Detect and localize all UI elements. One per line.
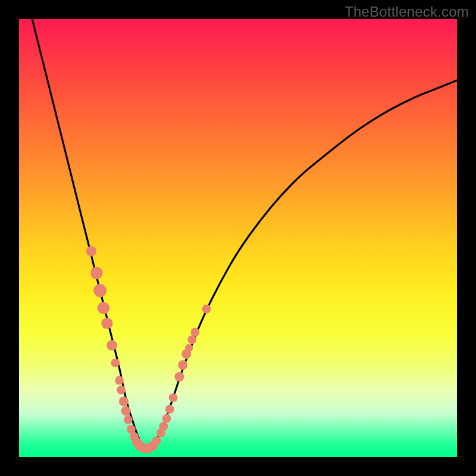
curve-marker: [152, 436, 161, 445]
curve-marker: [178, 360, 187, 369]
curve-marker: [93, 284, 107, 297]
curve-marker: [202, 305, 211, 314]
curve-marker: [86, 246, 97, 256]
chart-svg: [19, 19, 457, 457]
curve-marker: [165, 405, 174, 414]
curve-marker: [121, 406, 131, 416]
curve-marker: [115, 376, 124, 385]
curve-marker: [101, 318, 112, 329]
chart-frame: TheBottleneck.com: [0, 0, 476, 476]
curve-marker: [185, 344, 193, 352]
curve-marker: [174, 372, 184, 381]
curve-marker: [111, 358, 120, 367]
watermark-text: TheBottleneck.com: [345, 4, 469, 20]
plot-area: [19, 19, 457, 457]
curve-marker: [159, 422, 168, 431]
curve-marker: [117, 386, 126, 394]
curve-marker: [90, 267, 103, 280]
curve-marker: [98, 302, 110, 315]
curve-marker: [124, 415, 133, 424]
curve-marker: [169, 393, 178, 402]
marker-group: [86, 246, 211, 453]
curve-marker: [107, 340, 117, 351]
curve-marker: [187, 335, 196, 344]
curve-marker: [119, 396, 129, 406]
bottleneck-curve: [32, 19, 457, 447]
curve-marker: [191, 328, 200, 337]
curve-marker: [162, 414, 171, 423]
